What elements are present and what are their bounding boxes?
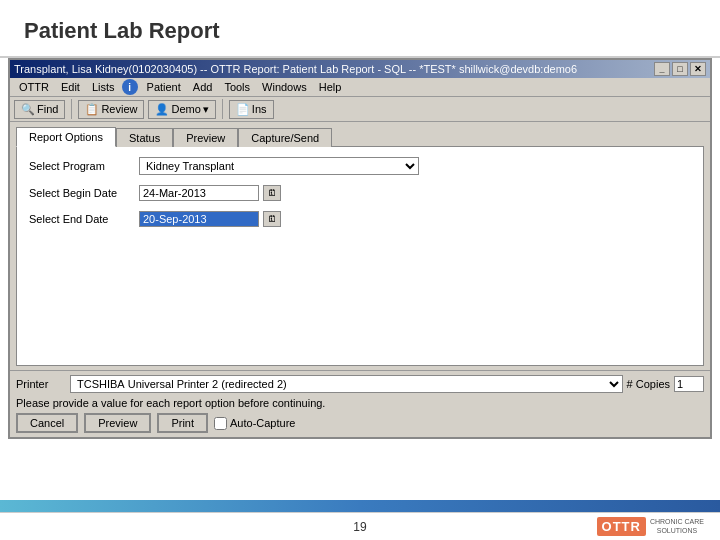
- page-number: 19: [245, 520, 474, 534]
- ins-button[interactable]: 📄 Ins: [229, 100, 274, 119]
- menu-add[interactable]: Add: [188, 80, 218, 94]
- title-bar-buttons: _ □ ✕: [654, 62, 706, 76]
- info-icon: i: [122, 79, 138, 95]
- tab-report-options[interactable]: Report Options: [16, 127, 116, 147]
- toolbar-separator-2: [222, 99, 223, 119]
- begin-date-calendar-button[interactable]: 🗓: [263, 185, 281, 201]
- begin-date-control-wrap: 🗓: [139, 185, 281, 201]
- demo-dropdown-icon: ▾: [203, 103, 209, 116]
- toolbar-separator-1: [71, 99, 72, 119]
- menu-help[interactable]: Help: [314, 80, 347, 94]
- begin-date-label: Select Begin Date: [29, 187, 139, 199]
- minimize-button[interactable]: _: [654, 62, 670, 76]
- buttons-row: Cancel Preview Print Auto-Capture: [16, 413, 704, 433]
- program-control-wrap: Kidney Transplant: [139, 157, 419, 175]
- ins-icon: 📄: [236, 103, 250, 116]
- menu-tools[interactable]: Tools: [219, 80, 255, 94]
- printer-label: Printer: [16, 378, 66, 390]
- begin-date-row: Select Begin Date 🗓: [29, 185, 691, 201]
- wave-bar: [0, 500, 720, 512]
- end-date-control-wrap: 🗓: [139, 211, 281, 227]
- close-button[interactable]: ✕: [690, 62, 706, 76]
- maximize-button[interactable]: □: [672, 62, 688, 76]
- autocapture-wrap: Auto-Capture: [214, 417, 295, 430]
- end-date-label: Select End Date: [29, 213, 139, 225]
- find-icon: 🔍: [21, 103, 35, 116]
- find-label: Find: [37, 103, 58, 115]
- print-button[interactable]: Print: [157, 413, 208, 433]
- page-title: Patient Lab Report: [24, 18, 696, 44]
- printer-row: Printer TCSHIBА Universal Printer 2 (red…: [16, 375, 704, 393]
- window-frame: Transplant, Lisa Kidney(0102030405) -- O…: [8, 58, 712, 439]
- page-footer: 19 OTTR CHRONIC CARESOLUTIONS: [0, 512, 720, 540]
- copies-input[interactable]: [674, 376, 704, 392]
- program-row: Select Program Kidney Transplant: [29, 157, 691, 175]
- copies-label: # Copies: [627, 378, 670, 390]
- demo-label: Demo: [171, 103, 200, 115]
- menu-windows[interactable]: Windows: [257, 80, 312, 94]
- demo-button[interactable]: 👤 Demo ▾: [148, 100, 215, 119]
- end-date-row: Select End Date 🗓: [29, 211, 691, 227]
- program-select[interactable]: Kidney Transplant: [139, 157, 419, 175]
- preview-button[interactable]: Preview: [84, 413, 151, 433]
- title-bar: Transplant, Lisa Kidney(0102030405) -- O…: [10, 60, 710, 78]
- find-button[interactable]: 🔍 Find: [14, 100, 65, 119]
- ins-label: Ins: [252, 103, 267, 115]
- review-button[interactable]: 📋 Review: [78, 100, 144, 119]
- menu-lists[interactable]: Lists: [87, 80, 120, 94]
- footer-logo: OTTR CHRONIC CARESOLUTIONS: [475, 517, 704, 536]
- end-date-input[interactable]: [139, 211, 259, 227]
- toolbar: 🔍 Find 📋 Review 👤 Demo ▾ 📄 Ins: [10, 97, 710, 122]
- cancel-button[interactable]: Cancel: [16, 413, 78, 433]
- begin-date-input[interactable]: [139, 185, 259, 201]
- end-date-calendar-button[interactable]: 🗓: [263, 211, 281, 227]
- bottom-area: Printer TCSHIBА Universal Printer 2 (red…: [10, 370, 710, 437]
- tab-panel: Select Program Kidney Transplant Select …: [16, 146, 704, 366]
- demo-icon: 👤: [155, 103, 169, 116]
- title-bar-text: Transplant, Lisa Kidney(0102030405) -- O…: [14, 63, 577, 75]
- content-area: Report Options Status Preview Capture/Se…: [10, 122, 710, 370]
- tab-preview[interactable]: Preview: [173, 128, 238, 147]
- logo-text: OTTR: [597, 517, 646, 536]
- tab-capture-send[interactable]: Capture/Send: [238, 128, 332, 147]
- page-header: Patient Lab Report: [0, 0, 720, 56]
- menu-ottr[interactable]: OTTR: [14, 80, 54, 94]
- logo-sub: CHRONIC CARESOLUTIONS: [650, 518, 704, 535]
- review-icon: 📋: [85, 103, 99, 116]
- tab-status[interactable]: Status: [116, 128, 173, 147]
- program-label: Select Program: [29, 160, 139, 172]
- tabs-row: Report Options Status Preview Capture/Se…: [16, 126, 704, 146]
- menu-patient[interactable]: Patient: [142, 80, 186, 94]
- printer-select[interactable]: TCSHIBА Universal Printer 2 (redirected …: [70, 375, 623, 393]
- autocapture-label: Auto-Capture: [230, 417, 295, 429]
- menu-edit[interactable]: Edit: [56, 80, 85, 94]
- review-label: Review: [101, 103, 137, 115]
- menu-bar: OTTR Edit Lists i Patient Add Tools Wind…: [10, 78, 710, 97]
- autocapture-checkbox[interactable]: [214, 417, 227, 430]
- validation-message: Please provide a value for each report o…: [16, 397, 704, 409]
